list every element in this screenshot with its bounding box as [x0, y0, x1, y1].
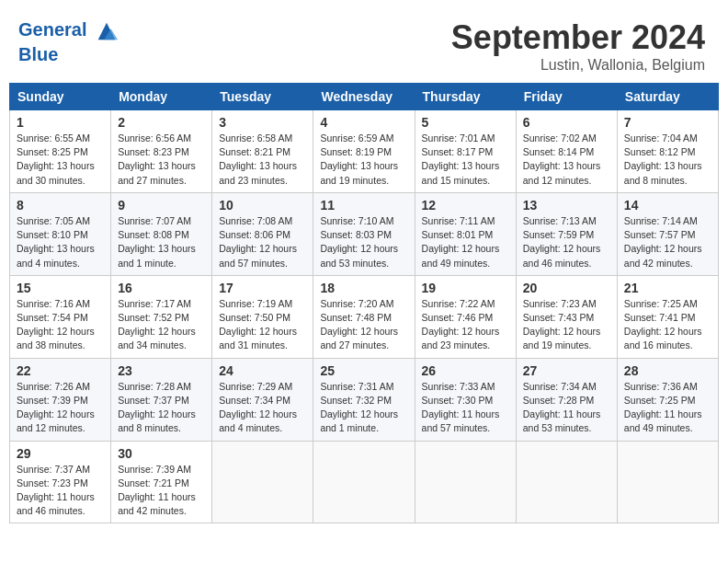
- day-header-thursday: Thursday: [415, 84, 516, 110]
- cell-content: Sunrise: 7:08 AM Sunset: 8:06 PM Dayligh…: [219, 214, 306, 270]
- cell-content: Sunrise: 7:02 AM Sunset: 8:14 PM Dayligh…: [523, 132, 610, 188]
- calendar-cell: 12Sunrise: 7:11 AM Sunset: 8:01 PM Dayli…: [415, 192, 516, 275]
- calendar-cell: [617, 441, 718, 523]
- day-header-monday: Monday: [111, 84, 212, 110]
- calendar-cell: 11Sunrise: 7:10 AM Sunset: 8:03 PM Dayli…: [313, 192, 415, 275]
- day-number: 29: [17, 446, 104, 461]
- cell-content: Sunrise: 7:05 AM Sunset: 8:10 PM Dayligh…: [17, 214, 104, 270]
- cell-content: Sunrise: 7:26 AM Sunset: 7:39 PM Dayligh…: [17, 380, 104, 436]
- calendar-cell: 28Sunrise: 7:36 AM Sunset: 7:25 PM Dayli…: [617, 358, 718, 441]
- calendar-cell: [313, 441, 415, 523]
- day-number: 12: [422, 198, 509, 213]
- calendar-cell: 25Sunrise: 7:31 AM Sunset: 7:32 PM Dayli…: [313, 358, 415, 441]
- calendar-cell: 10Sunrise: 7:08 AM Sunset: 8:06 PM Dayli…: [212, 192, 313, 275]
- cell-content: Sunrise: 7:39 AM Sunset: 7:21 PM Dayligh…: [118, 463, 205, 519]
- calendar-cell: 5Sunrise: 7:01 AM Sunset: 8:17 PM Daylig…: [415, 110, 516, 193]
- calendar-cell: 22Sunrise: 7:26 AM Sunset: 7:39 PM Dayli…: [10, 358, 111, 441]
- calendar-cell: 15Sunrise: 7:16 AM Sunset: 7:54 PM Dayli…: [10, 275, 111, 358]
- month-title: September 2024: [451, 18, 705, 57]
- day-header-tuesday: Tuesday: [212, 84, 313, 110]
- calendar-cell: 3Sunrise: 6:58 AM Sunset: 8:21 PM Daylig…: [212, 110, 313, 193]
- cell-content: Sunrise: 7:16 AM Sunset: 7:54 PM Dayligh…: [17, 297, 104, 353]
- day-number: 22: [17, 363, 104, 378]
- day-number: 14: [624, 198, 711, 213]
- cell-content: Sunrise: 7:28 AM Sunset: 7:37 PM Dayligh…: [118, 380, 205, 436]
- cell-content: Sunrise: 7:31 AM Sunset: 7:32 PM Dayligh…: [320, 380, 407, 436]
- calendar-cell: 29Sunrise: 7:37 AM Sunset: 7:23 PM Dayli…: [10, 441, 111, 523]
- day-header-sunday: Sunday: [10, 84, 111, 110]
- day-number: 19: [422, 281, 509, 295]
- calendar-cell: [212, 441, 313, 523]
- cell-content: Sunrise: 7:25 AM Sunset: 7:41 PM Dayligh…: [624, 297, 711, 353]
- calendar-week-row: 22Sunrise: 7:26 AM Sunset: 7:39 PM Dayli…: [10, 358, 719, 441]
- calendar-cell: 24Sunrise: 7:29 AM Sunset: 7:34 PM Dayli…: [212, 358, 313, 441]
- day-number: 26: [422, 363, 509, 378]
- calendar-cell: 8Sunrise: 7:05 AM Sunset: 8:10 PM Daylig…: [10, 192, 111, 275]
- cell-content: Sunrise: 7:10 AM Sunset: 8:03 PM Dayligh…: [320, 214, 407, 270]
- calendar-cell: 21Sunrise: 7:25 AM Sunset: 7:41 PM Dayli…: [617, 275, 718, 358]
- calendar-cell: [415, 441, 516, 523]
- day-number: 9: [118, 198, 205, 213]
- logo-text2: Blue: [18, 44, 119, 64]
- day-number: 2: [118, 115, 205, 130]
- day-number: 30: [118, 446, 205, 461]
- day-number: 3: [219, 115, 306, 130]
- cell-content: Sunrise: 7:23 AM Sunset: 7:43 PM Dayligh…: [523, 297, 610, 353]
- calendar-cell: 18Sunrise: 7:20 AM Sunset: 7:48 PM Dayli…: [313, 275, 415, 358]
- day-number: 17: [219, 281, 306, 295]
- day-number: 11: [320, 198, 407, 213]
- cell-content: Sunrise: 7:29 AM Sunset: 7:34 PM Dayligh…: [219, 380, 306, 436]
- cell-content: Sunrise: 7:37 AM Sunset: 7:23 PM Dayligh…: [17, 463, 104, 519]
- cell-content: Sunrise: 6:56 AM Sunset: 8:23 PM Dayligh…: [118, 132, 205, 188]
- cell-content: Sunrise: 6:58 AM Sunset: 8:21 PM Dayligh…: [219, 132, 306, 188]
- calendar-cell: 9Sunrise: 7:07 AM Sunset: 8:08 PM Daylig…: [111, 192, 212, 275]
- day-number: 6: [523, 115, 610, 130]
- day-number: 24: [219, 363, 306, 378]
- calendar-cell: 23Sunrise: 7:28 AM Sunset: 7:37 PM Dayli…: [111, 358, 212, 441]
- day-number: 1: [17, 115, 104, 130]
- calendar-cell: 16Sunrise: 7:17 AM Sunset: 7:52 PM Dayli…: [111, 275, 212, 358]
- cell-content: Sunrise: 6:55 AM Sunset: 8:25 PM Dayligh…: [17, 132, 104, 188]
- day-header-wednesday: Wednesday: [313, 84, 415, 110]
- calendar-cell: 17Sunrise: 7:19 AM Sunset: 7:50 PM Dayli…: [212, 275, 313, 358]
- day-number: 7: [624, 115, 711, 130]
- cell-content: Sunrise: 6:59 AM Sunset: 8:19 PM Dayligh…: [320, 132, 407, 188]
- logo-text: General: [18, 18, 119, 44]
- day-number: 18: [320, 281, 407, 295]
- day-header-saturday: Saturday: [617, 84, 718, 110]
- calendar-header-row: SundayMondayTuesdayWednesdayThursdayFrid…: [10, 84, 719, 110]
- cell-content: Sunrise: 7:36 AM Sunset: 7:25 PM Dayligh…: [624, 380, 711, 436]
- day-number: 13: [523, 198, 610, 213]
- logo: General Blue: [18, 18, 119, 64]
- day-number: 20: [523, 281, 610, 295]
- day-number: 8: [17, 198, 104, 213]
- cell-content: Sunrise: 7:14 AM Sunset: 7:57 PM Dayligh…: [624, 214, 711, 270]
- calendar-cell: 19Sunrise: 7:22 AM Sunset: 7:46 PM Dayli…: [415, 275, 516, 358]
- day-number: 16: [118, 281, 205, 295]
- calendar-week-row: 15Sunrise: 7:16 AM Sunset: 7:54 PM Dayli…: [10, 275, 719, 358]
- calendar-cell: 6Sunrise: 7:02 AM Sunset: 8:14 PM Daylig…: [516, 110, 617, 193]
- cell-content: Sunrise: 7:13 AM Sunset: 7:59 PM Dayligh…: [523, 214, 610, 270]
- cell-content: Sunrise: 7:33 AM Sunset: 7:30 PM Dayligh…: [422, 380, 509, 436]
- cell-content: Sunrise: 7:19 AM Sunset: 7:50 PM Dayligh…: [219, 297, 306, 353]
- calendar-cell: 27Sunrise: 7:34 AM Sunset: 7:28 PM Dayli…: [516, 358, 617, 441]
- day-number: 21: [624, 281, 711, 295]
- day-number: 10: [219, 198, 306, 213]
- calendar-week-row: 29Sunrise: 7:37 AM Sunset: 7:23 PM Dayli…: [10, 441, 719, 523]
- cell-content: Sunrise: 7:22 AM Sunset: 7:46 PM Dayligh…: [422, 297, 509, 353]
- calendar-week-row: 8Sunrise: 7:05 AM Sunset: 8:10 PM Daylig…: [10, 192, 719, 275]
- calendar-cell: 14Sunrise: 7:14 AM Sunset: 7:57 PM Dayli…: [617, 192, 718, 275]
- calendar-table: SundayMondayTuesdayWednesdayThursdayFrid…: [9, 83, 719, 523]
- cell-content: Sunrise: 7:20 AM Sunset: 7:48 PM Dayligh…: [320, 297, 407, 353]
- calendar-cell: 20Sunrise: 7:23 AM Sunset: 7:43 PM Dayli…: [516, 275, 617, 358]
- calendar-cell: 26Sunrise: 7:33 AM Sunset: 7:30 PM Dayli…: [415, 358, 516, 441]
- cell-content: Sunrise: 7:11 AM Sunset: 8:01 PM Dayligh…: [422, 214, 509, 270]
- calendar-week-row: 1Sunrise: 6:55 AM Sunset: 8:25 PM Daylig…: [10, 110, 719, 193]
- cell-content: Sunrise: 7:17 AM Sunset: 7:52 PM Dayligh…: [118, 297, 205, 353]
- calendar-cell: 4Sunrise: 6:59 AM Sunset: 8:19 PM Daylig…: [313, 110, 415, 193]
- cell-content: Sunrise: 7:04 AM Sunset: 8:12 PM Dayligh…: [624, 132, 711, 188]
- calendar-cell: 1Sunrise: 6:55 AM Sunset: 8:25 PM Daylig…: [10, 110, 111, 193]
- page-header: General Blue September 2024 Lustin, Wall…: [9, 9, 719, 83]
- title-block: September 2024 Lustin, Wallonia, Belgium: [451, 18, 705, 74]
- calendar-cell: 30Sunrise: 7:39 AM Sunset: 7:21 PM Dayli…: [111, 441, 212, 523]
